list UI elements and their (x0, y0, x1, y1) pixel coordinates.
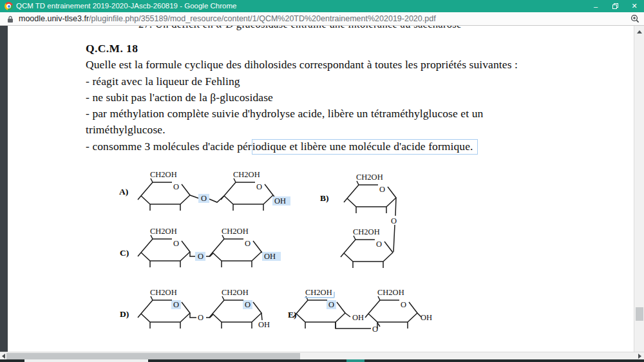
question-prop-fehling: - réagit avec la liqueur de Fehling (86, 73, 611, 90)
question-number: Q.C.M. 18 (86, 41, 611, 57)
window-controls: – ✕ (586, 0, 644, 12)
option-label-b: B) (320, 193, 329, 203)
close-button[interactable]: ✕ (625, 0, 644, 12)
structure-c: C) CH2OH O CH2OH O O OH (116, 225, 309, 283)
url-path: /pluginfile.php/355189/mod_resource/cont… (89, 14, 436, 23)
structure-a: A) CH2OH O CH2OH O O OH (116, 166, 303, 224)
structure-d-drawing: D) CH2OH O CH2OH O O OH (116, 287, 309, 342)
browser-window: QCM TD entrainement 2019-2020-JAscb-2608… (0, 0, 644, 362)
question-prop-methylation: - par méthylation complète suivie d'hydr… (86, 106, 611, 122)
structure-b: B) CH2OH O CH2OH O O (319, 166, 441, 278)
svg-text:O: O (245, 239, 251, 248)
structure-d: D) CH2OH O CH2OH O O OH (116, 287, 309, 345)
svg-text:CH2OH: CH2OH (222, 227, 249, 236)
scroll-right-arrow-icon[interactable] (638, 354, 641, 359)
svg-text:CH2OH: CH2OH (305, 288, 332, 297)
window-title: QCM TD entrainement 2019-2020-JAscb-2608… (16, 0, 236, 12)
structure-b-drawing: B) CH2OH O CH2OH O O (319, 166, 441, 276)
vertical-scrollbar-thumb[interactable] (636, 307, 643, 321)
svg-text:CH2OH: CH2OH (353, 227, 380, 236)
svg-text:CH2OH: CH2OH (150, 288, 177, 297)
anomeric-hydroxyl: OH (258, 320, 270, 329)
svg-text:O: O (245, 300, 251, 309)
pyranose-ring: CH2OH O (138, 288, 190, 329)
pdf-page: 27. Un déficit en α-D glucosidase entraî… (8, 26, 634, 352)
svg-text:O: O (173, 300, 179, 309)
zoom-in-icon[interactable] (630, 14, 639, 23)
window-bottom-edge (0, 359, 644, 362)
prop-periodique-pre: - consomme 3 molécules d'acide pér (86, 140, 252, 153)
scroll-up-arrow-icon[interactable] (637, 30, 642, 33)
pyranose-ring: CH2OH O (341, 227, 393, 268)
bottom-edge-teal-segment (346, 359, 365, 362)
url-text: moodle.univ-tlse3.fr/pluginfile.php/3551… (19, 12, 436, 25)
question-prop-periodique: - consomme 3 molécules d'acide périodiqu… (86, 138, 611, 155)
horizontal-scrollbar-thumb[interactable] (6, 353, 300, 359)
url-bar[interactable]: moodle.univ-tlse3.fr/pluginfile.php/3551… (0, 12, 644, 26)
question-block: Q.C.M. 18 Quelle est la formule cyclique… (86, 41, 611, 155)
svg-text:O: O (401, 300, 406, 309)
minimize-button[interactable]: – (586, 0, 605, 12)
svg-text:CH2OH: CH2OH (233, 170, 260, 179)
horizontal-scrollbar[interactable] (0, 352, 644, 359)
structure-e-drawing: E) CH2OH O CH2OH O O OH (283, 287, 457, 355)
scroll-left-arrow-icon[interactable] (2, 354, 5, 359)
restore-icon (612, 3, 618, 9)
svg-text:CH2OH: CH2OH (150, 170, 177, 179)
pyranose-ring: CH2OH O (209, 227, 261, 267)
anomeric-hydroxyl: OH (264, 252, 276, 261)
glycosidic-oxygen: O (391, 216, 397, 225)
anomeric-hydroxyl: OH (274, 196, 286, 205)
structure-e: E) CH2OH O CH2OH O O OH (283, 287, 457, 357)
svg-text:CH2OH: CH2OH (356, 173, 383, 182)
svg-text:O: O (379, 185, 385, 194)
pyranose-ring: CH2OH O (138, 227, 190, 267)
pyranose-ring: CH2OH O (365, 288, 417, 329)
option-label-a: A) (119, 187, 128, 196)
glycosidic-oxygen: O (201, 194, 207, 203)
vertical-scrollbar[interactable] (634, 26, 644, 352)
clipped-previous-line: 27. Un déficit en α-D glucosidase entraî… (138, 26, 499, 30)
pdf-viewer: 27. Un déficit en α-D glucosidase entraî… (0, 26, 634, 352)
svg-text:CH2OH: CH2OH (150, 227, 177, 236)
glycosidic-oxygen: O (198, 252, 204, 261)
chrome-logo-icon (5, 2, 13, 10)
glycosidic-oxygen: O (198, 313, 204, 322)
option-label-d: D) (120, 309, 129, 319)
anomeric-hydroxyl: OH (352, 313, 364, 322)
question-prop-glucosidase: - ne subit pas l'action de la β-glucosid… (86, 90, 611, 106)
question-prop-methylation-2: triméthylglucose. (86, 122, 611, 138)
lock-icon[interactable] (7, 15, 14, 23)
anomeric-hydroxyl: OH (421, 313, 432, 322)
svg-text:O: O (173, 182, 179, 191)
text-selection-box: iodique et libère une molécule d'acide f… (252, 139, 478, 155)
pyranose-ring: CH2OH O (138, 170, 190, 211)
question-intro: Quelle est la formule cyclique des dihol… (86, 57, 611, 73)
svg-text:O: O (173, 239, 179, 248)
pyranose-ring: CH2OH O (221, 170, 273, 211)
svg-text:O: O (376, 240, 382, 249)
svg-text:CH2OH: CH2OH (377, 288, 404, 297)
title-bar: QCM TD entrainement 2019-2020-JAscb-2608… (0, 0, 644, 12)
pyranose-ring: CH2OH O (344, 173, 396, 213)
bottom-edge-light-segment (24, 359, 148, 362)
pyranose-ring: CH2OH O (209, 288, 261, 329)
option-label-c: C) (120, 248, 129, 258)
url-domain: moodle.univ-tlse3.fr (19, 14, 89, 23)
svg-text:O: O (328, 300, 334, 309)
structure-a-drawing: A) CH2OH O CH2OH O O OH (116, 166, 303, 222)
svg-text:O: O (256, 182, 262, 191)
structure-c-drawing: C) CH2OH O CH2OH O O OH (116, 225, 309, 281)
svg-text:CH2OH: CH2OH (222, 288, 249, 297)
pyranose-ring: CH2OH O (293, 288, 345, 329)
glycosidic-oxygen: O (372, 325, 378, 334)
restore-button[interactable] (605, 0, 625, 12)
